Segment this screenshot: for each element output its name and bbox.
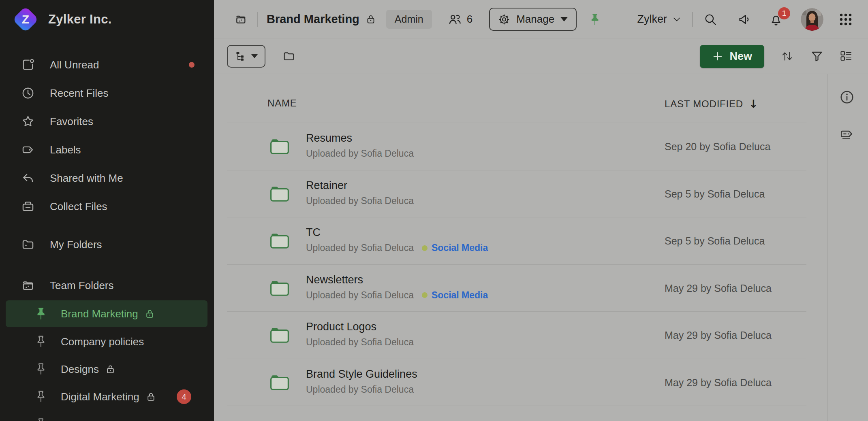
label-social-media[interactable]: Social Media — [422, 242, 488, 253]
unread-count-badge: 4 — [177, 389, 191, 404]
members-button[interactable]: 6 — [447, 13, 472, 26]
sidebar: Z Zylker Inc. All Unread Recent Files Fa… — [0, 0, 214, 421]
new-button[interactable]: New — [700, 45, 764, 68]
sidebar-item-my-folders[interactable]: My Folders — [0, 230, 214, 259]
sidebar-item-brand-marketing[interactable]: Brand Marketing — [6, 300, 207, 327]
file-name[interactable]: Retainer — [306, 179, 347, 192]
label-text: Social Media — [432, 290, 488, 301]
table-row[interactable]: Newsletters Uploaded by Sofia Deluca Soc… — [227, 265, 806, 312]
uploaded-by: Uploaded by Sofia Deluca — [306, 148, 414, 159]
org-header[interactable]: Z Zylker Inc. — [0, 0, 214, 39]
sidebar-item-label: Favorites — [50, 115, 93, 128]
table-row[interactable]: Brand Style Guidelines Uploaded by Sofia… — [227, 359, 806, 406]
manage-button[interactable]: Manage — [489, 8, 577, 31]
file-name[interactable]: TC — [306, 226, 321, 239]
last-modified: May 29 by Sofia Deluca — [665, 283, 772, 294]
sidebar-item-favorites[interactable]: Favorites — [0, 107, 214, 136]
main-area: Brand Marketing Admin 6 Manage Zylker — [214, 0, 868, 421]
sidebar-item-label: Shared with Me — [50, 172, 123, 185]
avatar[interactable] — [801, 8, 823, 31]
table-row[interactable]: Retainer Uploaded by Sofia Deluca Sep 5 … — [227, 170, 806, 218]
unread-dot — [189, 62, 195, 68]
sidebar-item-all-unread[interactable]: All Unread — [0, 51, 214, 79]
table-row[interactable]: TC Uploaded by Sofia Deluca Social Media… — [227, 217, 806, 265]
sidebar-item-company-policies[interactable]: Company policies — [0, 328, 214, 355]
content-area: NAME LAST MODIFIED ↓ Resumes Uploaded by… — [214, 74, 868, 421]
filter-icon[interactable] — [810, 50, 823, 63]
lock-icon — [145, 308, 155, 319]
sidebar-item-labels[interactable]: Labels — [0, 136, 214, 164]
new-button-label: New — [729, 50, 752, 63]
folder-icon — [269, 374, 290, 391]
right-rail — [827, 74, 868, 421]
users-icon — [447, 13, 462, 26]
sidebar-item-label: Collect Files — [50, 200, 107, 213]
table-row[interactable]: Resumes Uploaded by Sofia Deluca Sep 20 … — [227, 123, 806, 170]
label-text: Social Media — [432, 242, 488, 253]
sidebar-item-recent-files[interactable]: Recent Files — [0, 79, 214, 107]
last-modified: May 29 by Sofia Deluca — [665, 377, 772, 389]
sidebar-item-partial[interactable] — [0, 410, 214, 421]
sort-icon[interactable] — [780, 50, 793, 63]
star-icon — [21, 115, 35, 128]
chevron-down-icon — [251, 54, 258, 58]
file-name[interactable]: Newsletters — [306, 274, 363, 286]
collect-files-icon — [21, 200, 35, 213]
folder-icon — [269, 326, 290, 344]
sidebar-item-shared-with-me[interactable]: Shared with Me — [0, 164, 214, 192]
pinned-icon[interactable] — [589, 13, 601, 26]
manage-label: Manage — [516, 13, 554, 26]
view-hierarchy-dropdown[interactable] — [227, 45, 265, 68]
last-modified: May 29 by Sofia Deluca — [665, 330, 772, 341]
uploaded-by: Uploaded by Sofia Deluca — [306, 290, 414, 301]
file-name[interactable]: Product Logos — [306, 321, 376, 333]
last-modified: Sep 20 by Sofia Deluca — [665, 141, 770, 153]
unread-icon — [21, 58, 35, 72]
shared-arrow-icon — [21, 171, 35, 185]
sidebar-item-label: My Folders — [50, 238, 102, 251]
search-icon[interactable] — [703, 13, 717, 26]
file-listing: NAME LAST MODIFIED ↓ Resumes Uploaded by… — [227, 74, 806, 406]
file-meta: Uploaded by Sofia Deluca — [306, 384, 414, 395]
table-row[interactable]: Product Logos Uploaded by Sofia Deluca M… — [227, 312, 806, 359]
column-header-label: LAST MODIFIED — [665, 98, 743, 110]
notifications-button[interactable]: 1 — [769, 12, 784, 27]
sidebar-menu: All Unread Recent Files Favorites Labels — [0, 39, 214, 421]
labels-panel-icon[interactable] — [839, 128, 855, 143]
file-meta: Uploaded by Sofia Deluca — [306, 337, 414, 348]
info-icon[interactable] — [839, 89, 855, 105]
pin-icon — [35, 307, 47, 321]
notification-count-badge: 1 — [778, 7, 790, 19]
clock-icon — [21, 86, 35, 100]
divider — [257, 12, 258, 27]
column-header-last-modified[interactable]: LAST MODIFIED ↓ — [665, 98, 758, 110]
sort-descending-arrow: ↓ — [749, 98, 758, 110]
file-meta: Uploaded by Sofia Deluca Social Media — [306, 242, 488, 253]
org-logo-icon: Z — [13, 6, 38, 32]
sidebar-item-label: Recent Files — [50, 87, 109, 100]
uploaded-by: Uploaded by Sofia Deluca — [306, 196, 414, 206]
file-name[interactable]: Brand Style Guidelines — [306, 368, 417, 381]
sidebar-item-collect-files[interactable]: Collect Files — [0, 192, 214, 221]
toolbar: New — [214, 39, 868, 74]
topbar: Brand Marketing Admin 6 Manage Zylker — [214, 0, 868, 39]
label-social-media[interactable]: Social Media — [422, 290, 488, 301]
folder-icon — [269, 138, 290, 155]
chevron-down-icon — [560, 17, 568, 21]
lock-icon — [105, 364, 115, 375]
pin-icon — [35, 335, 47, 349]
tree-view-icon — [235, 51, 246, 62]
app-grid-icon[interactable] — [839, 13, 853, 26]
detail-view-icon[interactable] — [840, 50, 853, 63]
topbar-right: Zylker 1 — [637, 8, 853, 31]
announcements-icon[interactable] — [738, 13, 751, 26]
sidebar-item-digital-marketing[interactable]: Digital Marketing 4 — [0, 383, 214, 410]
file-name[interactable]: Resumes — [306, 132, 352, 145]
lock-icon — [366, 14, 376, 25]
sidebar-item-team-folders[interactable]: Team Folders — [0, 271, 214, 300]
workspace-switcher[interactable]: Zylker — [637, 13, 667, 26]
folder-view-icon[interactable] — [282, 50, 296, 63]
column-header-name[interactable]: NAME — [267, 98, 297, 109]
chevron-down-icon[interactable] — [672, 15, 682, 24]
sidebar-item-designs[interactable]: Designs — [0, 355, 214, 383]
